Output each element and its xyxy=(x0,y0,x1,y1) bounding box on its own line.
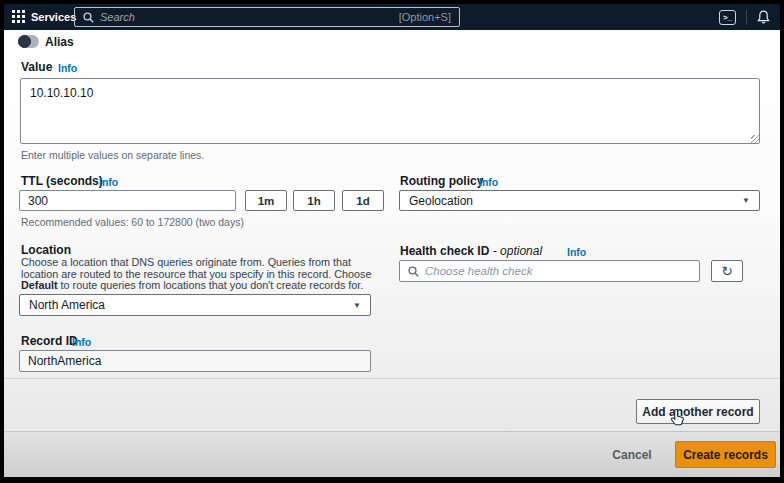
ttl-1m-button[interactable]: 1m xyxy=(245,190,287,211)
app-window: Services Search [Option+S] >_ Alias Valu… xyxy=(0,0,784,483)
ttl-input[interactable] xyxy=(19,190,236,211)
cloudshell-icon[interactable]: >_ xyxy=(719,10,736,25)
record-id-input[interactable] xyxy=(19,350,371,372)
record-id-info-link[interactable]: Info xyxy=(72,336,91,348)
chevron-down-icon: ▼ xyxy=(742,196,750,205)
search-placeholder: Search xyxy=(100,11,399,23)
cancel-button[interactable]: Cancel xyxy=(604,444,660,466)
health-check-optional-suffix: - optional xyxy=(493,244,542,258)
refresh-icon: ↻ xyxy=(721,263,733,279)
form-footer: Cancel Create records xyxy=(4,431,780,477)
record-id-label: Record ID xyxy=(21,334,78,348)
aws-top-nav: Services Search [Option+S] >_ xyxy=(4,4,780,30)
health-check-placeholder: Choose health check xyxy=(425,265,532,277)
topbar-divider xyxy=(746,10,747,25)
alias-toggle[interactable] xyxy=(18,35,39,48)
search-icon xyxy=(408,266,419,277)
value-helper-text: Enter multiple values on separate lines. xyxy=(21,149,204,161)
services-grid-icon[interactable] xyxy=(12,10,26,24)
ttl-helper-text: Recommended values: 60 to 172800 (two da… xyxy=(21,216,244,228)
location-select[interactable]: North America ▼ xyxy=(19,294,371,316)
record-form-panel: Alias Value Info 10.10.10.10 Enter multi… xyxy=(4,30,780,477)
global-search-input[interactable]: Search [Option+S] xyxy=(74,7,460,27)
ttl-label: TTL (seconds) xyxy=(21,174,103,188)
routing-policy-select[interactable]: Geolocation ▼ xyxy=(399,190,760,211)
search-icon xyxy=(83,12,94,23)
notifications-bell-icon[interactable] xyxy=(757,10,770,25)
ttl-1h-button[interactable]: 1h xyxy=(293,190,335,211)
chevron-down-icon: ▼ xyxy=(353,301,361,310)
ttl-1d-button[interactable]: 1d xyxy=(342,190,384,211)
location-label: Location xyxy=(21,243,71,257)
location-description: Choose a location that DNS queries origi… xyxy=(21,257,375,292)
textarea-resize-handle[interactable] xyxy=(751,135,759,143)
value-info-link[interactable]: Info xyxy=(58,62,77,74)
health-check-label: Health check ID - optional xyxy=(400,244,542,258)
value-textarea[interactable]: 10.10.10.10 xyxy=(20,78,760,144)
create-records-button[interactable]: Create records xyxy=(675,441,776,468)
ttl-info-link[interactable]: Info xyxy=(99,176,118,188)
location-selected-value: North America xyxy=(29,298,105,312)
alias-label: Alias xyxy=(45,35,74,49)
refresh-button[interactable]: ↻ xyxy=(711,260,743,282)
section-divider xyxy=(4,378,780,379)
health-check-search-input[interactable]: Choose health check xyxy=(399,260,700,282)
routing-policy-selected-value: Geolocation xyxy=(409,194,473,208)
add-another-record-button[interactable]: Add another record xyxy=(636,399,760,424)
routing-policy-label: Routing policy xyxy=(400,174,483,188)
services-menu[interactable]: Services xyxy=(31,11,76,23)
routing-policy-info-link[interactable]: Info xyxy=(479,176,498,188)
value-label: Value xyxy=(21,60,52,74)
health-check-info-link[interactable]: Info xyxy=(567,246,586,258)
search-shortcut-hint: [Option+S] xyxy=(399,11,451,23)
alias-toggle-knob xyxy=(18,35,31,48)
